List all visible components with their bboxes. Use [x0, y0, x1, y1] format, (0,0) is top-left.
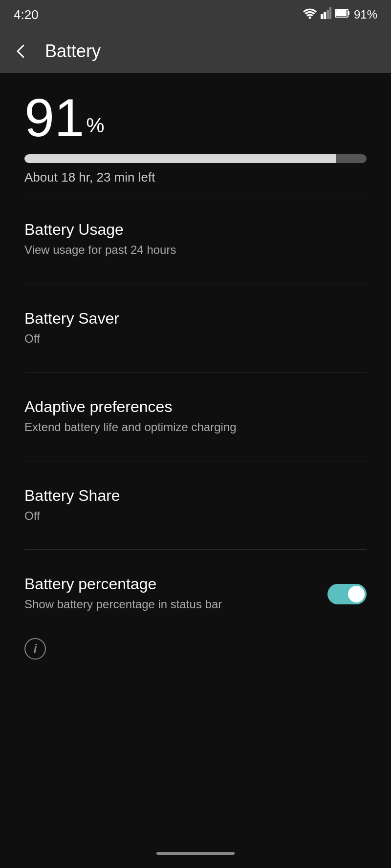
setting-text-adaptive-preferences: Adaptive preferencesExtend battery life …: [24, 398, 367, 435]
setting-subtitle-adaptive-preferences: Extend battery life and optimize chargin…: [24, 419, 367, 435]
svg-rect-6: [348, 11, 349, 15]
bottom-info: i: [24, 628, 367, 669]
divider-3: [24, 461, 367, 461]
battery-percent-status: 91%: [354, 8, 377, 21]
svg-marker-2: [324, 12, 326, 19]
nav-bar: [0, 839, 391, 868]
setting-item-adaptive-preferences[interactable]: Adaptive preferencesExtend battery life …: [24, 382, 367, 451]
status-time: 4:20: [14, 7, 39, 22]
svg-marker-1: [321, 14, 323, 19]
setting-title-battery-saver: Battery Saver: [24, 310, 367, 328]
home-indicator: [156, 852, 235, 855]
setting-title-adaptive-preferences: Adaptive preferences: [24, 398, 367, 416]
wifi-icon: [303, 7, 317, 22]
setting-text-battery-share: Battery ShareOff: [24, 487, 367, 524]
svg-marker-3: [326, 10, 329, 19]
page-title: Battery: [45, 41, 101, 62]
status-bar: 4:20 91: [0, 0, 391, 29]
battery-time-left: About 18 hr, 23 min left: [24, 170, 367, 185]
setting-item-battery-saver[interactable]: Battery SaverOff: [24, 294, 367, 363]
setting-subtitle-battery-share: Off: [24, 508, 367, 524]
setting-text-battery-percentage: Battery percentageShow battery percentag…: [24, 575, 318, 613]
battery-level-value: 91: [24, 91, 84, 145]
setting-text-battery-saver: Battery SaverOff: [24, 310, 367, 347]
setting-subtitle-battery-saver: Off: [24, 331, 367, 347]
divider-2: [24, 372, 367, 372]
svg-marker-4: [329, 7, 331, 19]
battery-status-icon: [335, 8, 350, 21]
svg-point-0: [308, 17, 311, 19]
svg-rect-7: [336, 10, 347, 16]
signal-icon: [321, 7, 331, 22]
setting-item-battery-usage[interactable]: Battery UsageView usage for past 24 hour…: [24, 205, 367, 274]
divider-4: [24, 549, 367, 550]
back-button[interactable]: [10, 40, 33, 63]
setting-title-battery-percentage: Battery percentage: [24, 575, 318, 593]
setting-title-battery-share: Battery Share: [24, 487, 367, 505]
setting-text-battery-usage: Battery UsageView usage for past 24 hour…: [24, 221, 367, 258]
setting-title-battery-usage: Battery Usage: [24, 221, 367, 239]
toggle-knob-battery-percentage: [348, 586, 365, 602]
battery-bar-fill: [24, 154, 336, 163]
status-icons: 91%: [303, 7, 377, 22]
info-icon[interactable]: i: [24, 638, 46, 660]
divider-0: [24, 195, 367, 195]
setting-item-battery-share[interactable]: Battery ShareOff: [24, 471, 367, 540]
setting-subtitle-battery-usage: View usage for past 24 hours: [24, 242, 367, 258]
battery-bar-container: [24, 154, 367, 163]
divider-1: [24, 284, 367, 284]
setting-subtitle-battery-percentage: Show battery percentage in status bar: [24, 596, 318, 613]
settings-list: Battery UsageView usage for past 24 hour…: [24, 195, 367, 628]
toolbar: Battery: [0, 29, 391, 73]
main-content: 91% About 18 hr, 23 min left Battery Usa…: [0, 73, 391, 689]
toggle-battery-percentage[interactable]: [327, 584, 367, 604]
setting-item-battery-percentage[interactable]: Battery percentageShow battery percentag…: [24, 559, 367, 628]
battery-percent-sign: %: [86, 115, 104, 136]
battery-level-number: 91%: [24, 91, 367, 145]
battery-level-display: 91% About 18 hr, 23 min left: [24, 91, 367, 185]
